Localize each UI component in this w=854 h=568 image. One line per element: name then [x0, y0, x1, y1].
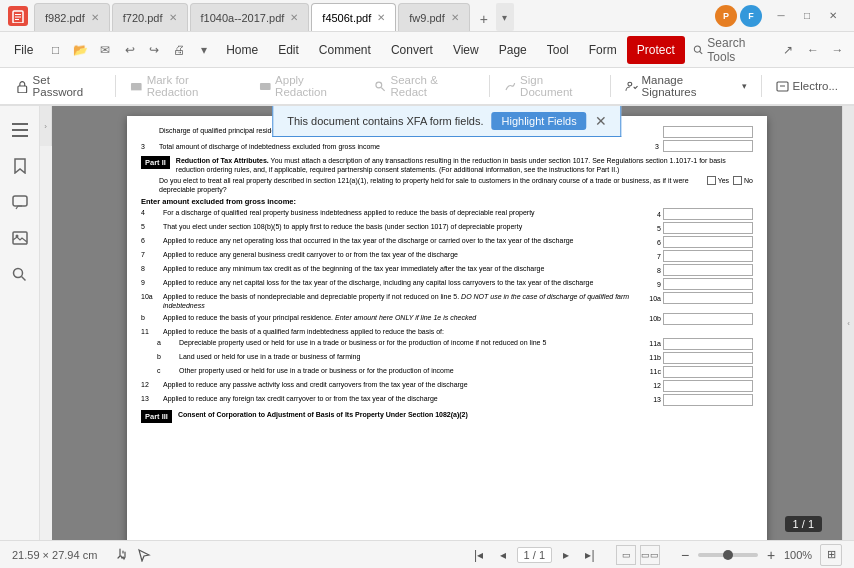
highlight-fields-popup: This document contains XFA form fields. …: [272, 106, 621, 137]
field-11a[interactable]: [663, 338, 753, 350]
sidebar-icon-bookmark[interactable]: [4, 150, 36, 182]
menu-item-convert[interactable]: Convert: [381, 36, 443, 64]
field-10a[interactable]: [663, 292, 753, 304]
pdf-scroll-area[interactable]: Discharge of qualified principal residen…: [52, 106, 842, 540]
page-indicator: 1 / 1: [517, 547, 552, 563]
menu-item-comment[interactable]: Comment: [309, 36, 381, 64]
pdf-page: Discharge of qualified principal residen…: [127, 116, 767, 540]
single-page-button[interactable]: ▭: [616, 545, 636, 565]
line-11a: a Depreciable property used or held for …: [157, 338, 753, 350]
tab-fw9[interactable]: fw9.pdf ✕: [398, 3, 469, 31]
toolbar-sep-3: [610, 75, 611, 97]
sidebar-icon-search[interactable]: [4, 258, 36, 290]
two-page-button[interactable]: ▭▭: [640, 545, 660, 565]
field-13[interactable]: [663, 394, 753, 406]
menu-item-home[interactable]: Home: [216, 36, 268, 64]
line-10a: 10a Applied to reduce the basis of nonde…: [141, 292, 753, 310]
title-bar: f982.pdf ✕ f720.pdf ✕ f1040a--2017.pdf ✕…: [0, 0, 854, 32]
menu-icon-more[interactable]: ▾: [191, 36, 216, 64]
zoom-slider[interactable]: [698, 553, 758, 557]
tab-close-f982[interactable]: ✕: [91, 13, 99, 23]
menu-icon-forward[interactable]: →: [825, 36, 850, 64]
left-sidebar-toggle[interactable]: ›: [40, 106, 52, 146]
highlight-popup-close[interactable]: ✕: [595, 114, 607, 128]
line-11b: b Land used or held for use in a trade o…: [157, 352, 753, 364]
field-discharge[interactable]: [663, 126, 753, 138]
search-redact-button[interactable]: Search & Redact: [366, 72, 483, 100]
tab-f1040a[interactable]: f1040a--2017.pdf ✕: [190, 3, 310, 31]
field-7[interactable]: [663, 250, 753, 262]
field-5[interactable]: [663, 222, 753, 234]
menu-item-view[interactable]: View: [443, 36, 489, 64]
menu-item-file[interactable]: File: [4, 36, 43, 64]
maximize-button[interactable]: □: [794, 3, 820, 29]
highlight-fields-button[interactable]: Highlight Fields: [492, 112, 587, 130]
yes-checkbox[interactable]: [707, 176, 716, 185]
menu-icon-email[interactable]: ✉: [93, 36, 118, 64]
tab-overflow-button[interactable]: ▾: [496, 3, 514, 31]
avatar-1: P: [715, 5, 737, 27]
line-5: 5 That you elect under section 108(b)(5)…: [141, 222, 753, 234]
first-page-button[interactable]: |◂: [469, 545, 489, 565]
menu-icon-share[interactable]: ↗: [776, 36, 801, 64]
menu-icon-undo[interactable]: ↩: [117, 36, 142, 64]
apply-redaction-button[interactable]: Apply Redaction: [251, 72, 364, 100]
menu-item-protect[interactable]: Protect: [627, 36, 685, 64]
field-12[interactable]: [663, 380, 753, 392]
menu-icon-print[interactable]: 🖨: [167, 36, 192, 64]
field-3[interactable]: [663, 140, 753, 152]
tab-close-fw9[interactable]: ✕: [451, 13, 459, 23]
field-6[interactable]: [663, 236, 753, 248]
menu-item-tool[interactable]: Tool: [537, 36, 579, 64]
tab-close-f1040a[interactable]: ✕: [290, 13, 298, 23]
last-page-button[interactable]: ▸|: [580, 545, 600, 565]
svg-rect-1: [15, 14, 21, 15]
menu-item-form[interactable]: Form: [579, 36, 627, 64]
sign-document-button[interactable]: Sign Document: [496, 72, 605, 100]
sidebar-icon-comment[interactable]: [4, 186, 36, 218]
field-8[interactable]: [663, 264, 753, 276]
field-11b[interactable]: [663, 352, 753, 364]
part2-header-row: Part II Reduction of Tax Attributes. You…: [141, 156, 753, 174]
field-11c[interactable]: [663, 366, 753, 378]
right-sidebar-toggle[interactable]: ‹: [842, 106, 854, 540]
fit-page-button[interactable]: ⊞: [820, 544, 842, 566]
nav-controls: |◂ ◂ 1 / 1 ▸ ▸|: [469, 545, 600, 565]
next-page-button[interactable]: ▸: [556, 545, 576, 565]
zoom-out-button[interactable]: −: [676, 546, 694, 564]
zoom-percent: 100%: [784, 549, 816, 561]
line-7: 7 Applied to reduce any general business…: [141, 250, 753, 262]
prev-page-button[interactable]: ◂: [493, 545, 513, 565]
tabs-container: f982.pdf ✕ f720.pdf ✕ f1040a--2017.pdf ✕…: [34, 0, 709, 31]
electronic-button[interactable]: Electro...: [768, 72, 846, 100]
add-tab-button[interactable]: +: [472, 7, 496, 31]
sidebar-icon-menu[interactable]: [4, 114, 36, 146]
menu-item-page[interactable]: Page: [489, 36, 537, 64]
menu-item-edit[interactable]: Edit: [268, 36, 309, 64]
select-tool-button[interactable]: [135, 546, 153, 564]
menu-icon-new[interactable]: □: [43, 36, 68, 64]
mark-for-redaction-button[interactable]: Mark for Redaction: [122, 72, 248, 100]
field-9[interactable]: [663, 278, 753, 290]
tab-f982[interactable]: f982.pdf ✕: [34, 3, 110, 31]
minimize-button[interactable]: ─: [768, 3, 794, 29]
close-button[interactable]: ✕: [820, 3, 846, 29]
tab-f4506t[interactable]: f4506t.pdf ✕: [311, 3, 396, 31]
sidebar-icon-image[interactable]: [4, 222, 36, 254]
set-password-button[interactable]: Set Password: [8, 72, 109, 100]
line-6: 6 Applied to reduce any net operating lo…: [141, 236, 753, 248]
status-bar: 21.59 × 27.94 cm |◂ ◂ 1 / 1 ▸ ▸| ▭ ▭▭ − …: [0, 540, 854, 568]
no-checkbox[interactable]: [733, 176, 742, 185]
tab-close-f720[interactable]: ✕: [169, 13, 177, 23]
field-4[interactable]: [663, 208, 753, 220]
menu-icon-open[interactable]: 📂: [68, 36, 93, 64]
search-tools-button[interactable]: Search Tools: [685, 36, 776, 64]
menu-icon-back[interactable]: ←: [801, 36, 826, 64]
tab-f720[interactable]: f720.pdf ✕: [112, 3, 188, 31]
zoom-in-button[interactable]: +: [762, 546, 780, 564]
menu-icon-redo[interactable]: ↪: [142, 36, 167, 64]
hand-tool-button[interactable]: [113, 546, 131, 564]
tab-close-f4506t[interactable]: ✕: [377, 13, 385, 23]
field-10b[interactable]: [663, 313, 753, 325]
manage-signatures-button[interactable]: Manage Signatures ▾: [617, 72, 755, 100]
